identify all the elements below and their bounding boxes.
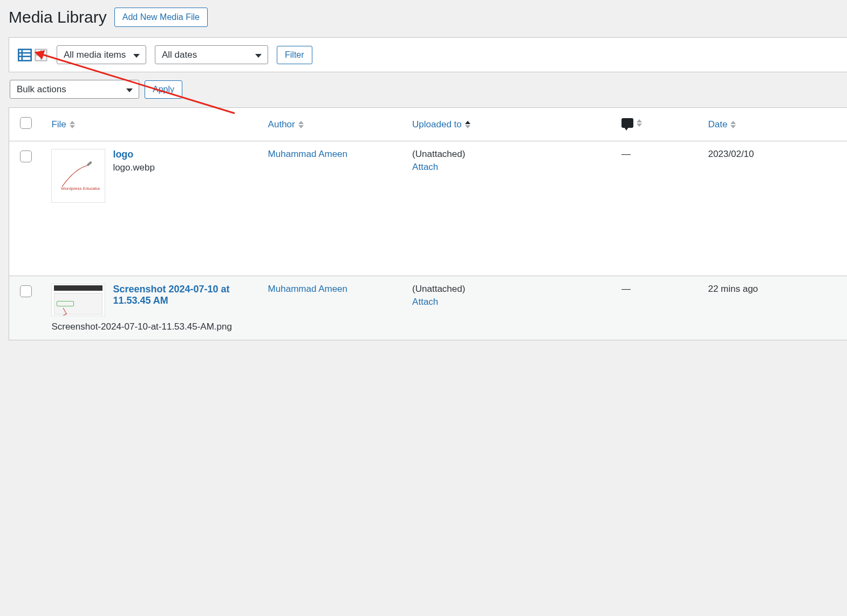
column-uploaded-to[interactable]: Uploaded to (412, 119, 470, 130)
filter-bar: All media items All dates Filter (9, 37, 847, 72)
media-title-link[interactable]: logo (113, 149, 155, 160)
author-link[interactable]: Muhammad Ameen (268, 149, 347, 159)
comment-icon (621, 118, 633, 128)
svg-text:Wordpress Educator: Wordpress Educator (61, 186, 100, 191)
page-title: Media Library (9, 6, 107, 28)
media-filename: logo.webp (113, 162, 155, 173)
media-thumbnail[interactable]: Wordpress Educator (51, 149, 105, 203)
sort-icon (298, 121, 304, 128)
media-type-select[interactable]: All media items (57, 45, 146, 64)
date-text: 22 mins ago (708, 284, 758, 294)
author-link[interactable]: Muhammad Ameen (268, 284, 347, 294)
list-view-icon[interactable] (18, 48, 32, 62)
media-filename: Screenshot-2024-07-10-at-11.53.45-AM.png (51, 321, 257, 332)
row-checkbox[interactable] (20, 150, 32, 162)
sort-icon (70, 121, 75, 128)
column-date[interactable]: Date (708, 119, 736, 130)
svg-rect-2 (18, 49, 31, 60)
sort-icon (730, 121, 736, 128)
filter-button[interactable]: Filter (277, 46, 312, 64)
column-file[interactable]: File (51, 119, 74, 130)
select-all-checkbox[interactable] (20, 117, 32, 129)
media-thumbnail[interactable] (51, 284, 105, 316)
bulk-actions-select[interactable]: Bulk actions (10, 80, 139, 99)
sort-icon (465, 121, 470, 128)
row-checkbox[interactable] (20, 285, 32, 297)
date-select[interactable]: All dates (155, 45, 268, 64)
media-title-link[interactable]: Screenshot 2024-07-10 at 11.53.45 AM (113, 284, 257, 306)
comments-count: — (621, 149, 631, 159)
uploaded-status: (Unattached) (412, 284, 611, 295)
attach-link[interactable]: Attach (412, 297, 438, 307)
column-comments[interactable] (621, 118, 642, 128)
media-table: File Author Uploaded to (9, 107, 847, 340)
table-row: Screenshot 2024-07-10 at 11.53.45 AM Scr… (9, 276, 848, 340)
attach-link[interactable]: Attach (412, 162, 438, 173)
sort-icon (637, 119, 642, 127)
comments-count: — (621, 284, 631, 294)
grid-view-icon[interactable] (34, 48, 48, 62)
uploaded-status: (Unattached) (412, 149, 611, 160)
add-new-media-button[interactable]: Add New Media File (114, 8, 208, 27)
table-row: Wordpress Educator logo logo.webp Muhamm… (9, 141, 848, 276)
date-text: 2023/02/10 (708, 149, 754, 159)
column-author[interactable]: Author (268, 119, 304, 130)
apply-button[interactable]: Apply (145, 80, 182, 99)
svg-rect-9 (87, 161, 92, 166)
